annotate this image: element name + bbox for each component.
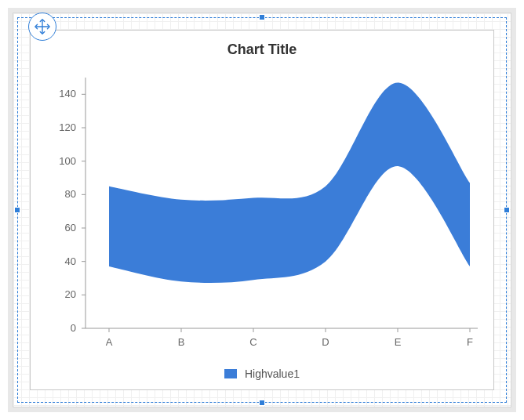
resize-handle-right[interactable] <box>504 207 510 213</box>
plot-area[interactable]: 020406080100120140 ABCDEF <box>86 78 478 328</box>
y-tick-label: 80 <box>65 188 76 200</box>
resize-handle-top[interactable] <box>259 14 265 20</box>
legend-swatch-icon <box>224 369 237 378</box>
x-tick-label: D <box>322 336 329 348</box>
y-tick-label: 100 <box>59 155 76 167</box>
resize-handle-bottom[interactable] <box>259 400 265 406</box>
y-tick-label: 140 <box>59 88 76 100</box>
y-tick-label: 60 <box>65 222 76 234</box>
y-tick-label: 40 <box>65 255 76 267</box>
x-tick-label: E <box>395 336 402 348</box>
resize-handle-left[interactable] <box>14 207 20 213</box>
x-tick-label: A <box>106 336 113 348</box>
area-series-highvalue1[interactable] <box>109 82 470 283</box>
y-tick-label: 20 <box>65 288 76 300</box>
chart-object[interactable]: Chart Title 020406080100120140 ABCDEF Hi… <box>30 30 494 390</box>
chart-title[interactable]: Chart Title <box>31 42 493 58</box>
legend-label: Highvalue1 <box>245 368 300 380</box>
move-handle-icon[interactable] <box>28 13 56 41</box>
editor-canvas[interactable]: Chart Title 020406080100120140 ABCDEF Hi… <box>8 8 516 412</box>
x-tick-label: C <box>249 336 257 348</box>
x-tick-label: F <box>467 336 473 348</box>
legend[interactable]: Highvalue1 <box>31 367 493 380</box>
y-tick-label: 0 <box>71 322 76 334</box>
y-tick-label: 120 <box>59 121 76 133</box>
chart-svg: 020406080100120140 ABCDEF <box>86 78 478 360</box>
x-tick-label: B <box>178 336 185 348</box>
